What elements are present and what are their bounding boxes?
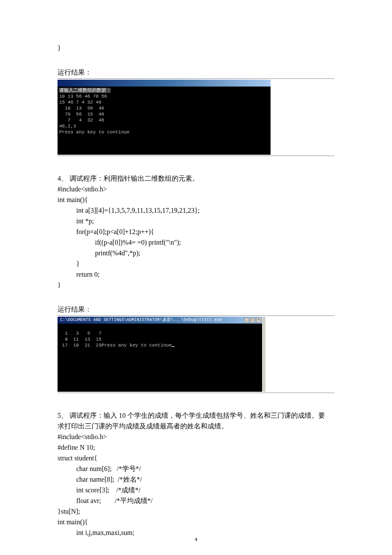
console-titlebar — [58, 80, 271, 87]
console-body: 1 3 5 7 9 11 13 15 17 19 21 23Press any … — [58, 324, 262, 392]
document-page: } 运行结果： 请输入二维数组的数据： 10 13 56 46 78 56 15… — [0, 0, 392, 555]
console-line: 17 19 21 23Press any key to continue — [59, 343, 172, 348]
result-label-2: 运行结果： — [58, 304, 334, 315]
page-number: 4 — [0, 535, 392, 543]
console-line: 10 13 56 46 78 56 — [59, 94, 107, 99]
divider — [58, 78, 334, 79]
console-line: 78 56 15 46 — [59, 112, 104, 117]
console-titlebar: C:\DOCUMENTS AND SETTINGS\ADMINISTRATOR\… — [58, 317, 262, 324]
code-line: } — [58, 258, 334, 269]
console-line: 10 13 56 46 — [59, 106, 104, 111]
console-output-1: 请输入二维数组的数据： 10 13 56 46 78 56 15 46 7 4 … — [58, 80, 271, 155]
section4-title: 4、 调试程序：利用指针输出二维数组的元素。 — [58, 173, 334, 184]
code-line: int main(){ — [58, 517, 334, 527]
code-line: printf(%4d",*p); — [58, 248, 334, 258]
code-line: return 0; — [58, 269, 334, 280]
code-line: #include<stdio.h> — [58, 184, 334, 194]
console-output-2: C:\DOCUMENTS AND SETTINGS\ADMINISTRATOR\… — [58, 317, 265, 392]
console-line: 15 46 7 4 32 46 — [59, 100, 101, 105]
divider — [58, 156, 334, 156]
console-line: Press any key to continue — [59, 130, 130, 135]
code-line: }stu[N]; — [58, 506, 334, 517]
section5-title-b: 求打印出三门课的平均成绩及成绩最高者的姓名和成绩。 — [58, 421, 334, 431]
code-line: } — [58, 43, 334, 53]
divider — [58, 315, 334, 316]
code-line: char name[8]; /*姓名*/ — [58, 474, 334, 485]
code-block-4: #include<stdio.h>int main(){int a[3][4]=… — [58, 184, 334, 290]
close-icon: × — [256, 318, 261, 323]
console-titlepath: C:\DOCUMENTS AND SETTINGS\ADMINISTRATOR\… — [58, 317, 243, 324]
cursor-icon — [172, 346, 174, 347]
code-line: int score[3]; /*成绩*/ — [58, 485, 334, 495]
code-line: #include<stdio.h> — [58, 431, 334, 442]
code-block-5: #include<stdio.h>#define N 10;struct stu… — [58, 431, 334, 538]
maximize-icon: □ — [250, 318, 255, 323]
divider — [58, 393, 334, 393]
code-line: int a[3][4]={1,3,5,7,9,11,13,15,17,19,21… — [58, 205, 334, 216]
console-body: 请输入二维数组的数据： 10 13 56 46 78 56 15 46 7 4 … — [58, 87, 271, 155]
code-line: struct student{ — [58, 453, 334, 463]
code-line: char num[6]; /*学号*/ — [58, 463, 334, 474]
result-label-1: 运行结果： — [58, 67, 334, 78]
console-line: 46,2,3 — [59, 124, 76, 129]
console-line: 9 11 13 15 — [59, 337, 101, 342]
code-line: int *p; — [58, 216, 334, 226]
console-line: 1 3 5 7 — [59, 331, 101, 336]
code-line: #define N 10; — [58, 442, 334, 453]
console-line: 7 4 32 46 — [59, 118, 104, 123]
section5-title-a: 5、 调试程序：输入 10 个学生的成绩，每个学生成绩包括学号、姓名和三门课的成… — [58, 410, 334, 421]
minimize-icon: _ — [244, 318, 249, 323]
code-line: float avr; /*平均成绩*/ — [58, 495, 334, 506]
code-line: } — [58, 280, 334, 290]
code-line: if((p-a[0])%4= =0) printf("\n"); — [58, 237, 334, 248]
code-line: int main(){ — [58, 194, 334, 205]
code-line: for(p=a[0];p<a[0]+12;p++){ — [58, 226, 334, 237]
console-prompt-line: 请输入二维数组的数据： — [59, 88, 111, 93]
